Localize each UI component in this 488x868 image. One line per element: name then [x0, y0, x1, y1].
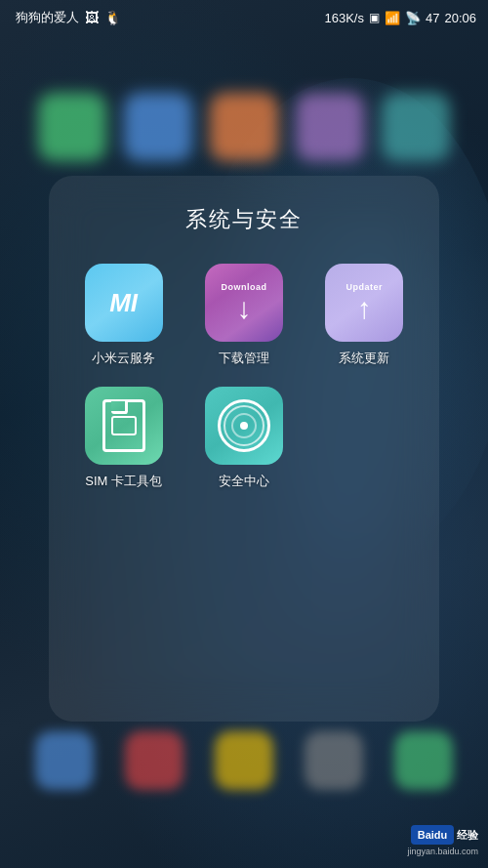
download-label: 下载管理	[219, 350, 269, 367]
security-icon	[205, 387, 283, 465]
bg-icon-3	[210, 93, 278, 161]
status-left: 狗狗的爱人 🖼 🐧	[16, 9, 121, 26]
app-sim[interactable]: SIM 卡工具包	[68, 387, 179, 490]
jingyan-text: 经验	[457, 828, 478, 843]
download-text: Download	[221, 282, 266, 292]
signal-icon: 📡	[405, 11, 421, 25]
scan-dot	[240, 422, 248, 430]
sim-icon	[85, 387, 163, 465]
bg-icon-4	[296, 93, 364, 161]
bg-bottom-5	[394, 731, 453, 790]
download-inner: Download ↓	[221, 282, 266, 323]
scan-ring	[218, 399, 270, 452]
updater-text: Updater	[346, 282, 384, 292]
baidu-logo: Baidu	[411, 825, 454, 845]
bg-icon-1	[38, 93, 106, 161]
mi-text: MI	[109, 288, 138, 318]
bg-bottom-4	[305, 731, 363, 790]
app-name-label: 狗狗的爱人	[16, 9, 79, 26]
updater-arrow-icon: ↑	[357, 294, 372, 323]
sim-label: SIM 卡工具包	[85, 473, 162, 490]
bg-icon-2	[124, 93, 192, 161]
updater-inner: Updater ↑	[346, 282, 384, 323]
blurred-bottom-icons	[0, 712, 488, 809]
updater-label: 系统更新	[339, 350, 389, 367]
folder-overlay: 系统与安全 MI 小米云服务 Download ↓ 下载管理 Updater	[49, 176, 439, 722]
mi-cloud-icon: MI	[85, 264, 163, 342]
watermark: Baidu 经验 jingyan.baidu.com	[407, 825, 478, 856]
baidu-url: jingyan.baidu.com	[407, 847, 478, 856]
status-right: 163K/s ▣ 📶 📡 47 20:06	[325, 11, 477, 25]
photo-icon: 🖼	[85, 10, 99, 25]
time-display: 20:06	[444, 11, 476, 25]
sim-card-shape	[102, 399, 145, 452]
folder-title: 系统与安全	[185, 205, 303, 234]
app-download[interactable]: Download ↓ 下载管理	[188, 264, 299, 367]
bg-bottom-1	[35, 731, 94, 790]
bg-bottom-3	[215, 731, 273, 790]
download-icon: Download ↓	[205, 264, 283, 342]
bg-icon-5	[382, 93, 450, 161]
sim-chip-shape	[111, 416, 137, 435]
security-label: 安全中心	[219, 473, 269, 490]
app-mi-cloud[interactable]: MI 小米云服务	[68, 264, 179, 367]
qq-icon: 🐧	[104, 10, 121, 25]
battery-level: 47	[426, 11, 439, 25]
screen-icon: ▣	[369, 11, 380, 24]
download-arrow-icon: ↓	[236, 294, 251, 323]
network-speed: 163K/s	[325, 11, 364, 25]
app-updater[interactable]: Updater ↑ 系统更新	[309, 264, 420, 367]
apps-grid: MI 小米云服务 Download ↓ 下载管理 Updater ↑ 系统更新	[68, 264, 420, 490]
status-bar: 狗狗的爱人 🖼 🐧 163K/s ▣ 📶 📡 47 20:06	[0, 0, 488, 35]
bg-bottom-2	[125, 731, 183, 790]
mi-cloud-label: 小米云服务	[92, 350, 155, 367]
updater-icon: Updater ↑	[325, 264, 403, 342]
wifi-icon: 📶	[385, 11, 400, 25]
app-security[interactable]: 安全中心	[188, 387, 299, 490]
